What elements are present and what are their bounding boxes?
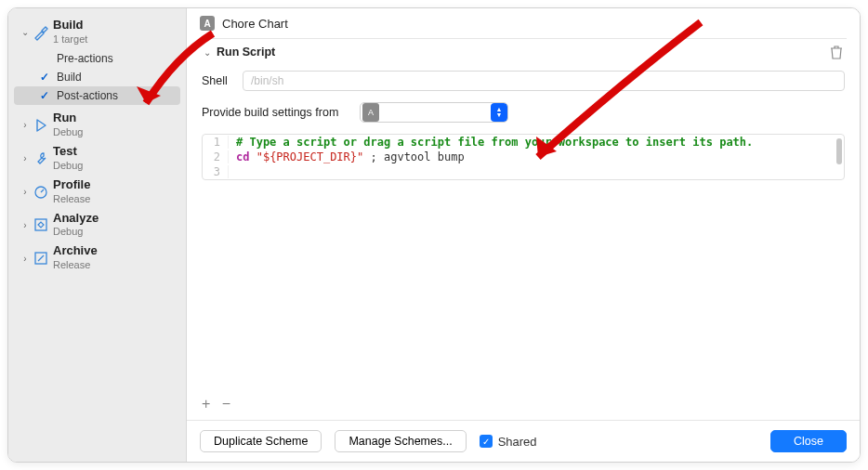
sidebar-item-pre-actions[interactable]: Pre-actions	[14, 49, 180, 68]
analyze-subtitle: Debug	[53, 226, 83, 237]
analyze-icon	[33, 217, 49, 232]
archive-subtitle: Release	[53, 259, 90, 270]
sidebar-item-build-phase[interactable]: ✓ Build	[14, 68, 180, 86]
wrench-icon	[33, 151, 49, 166]
line-number: 1	[203, 136, 229, 149]
footer: Duplicate Scheme Manage Schemes... ✓ Sha…	[187, 420, 860, 462]
duplicate-scheme-button[interactable]: Duplicate Scheme	[200, 430, 322, 452]
test-subtitle: Debug	[53, 160, 83, 171]
trash-icon[interactable]	[830, 45, 843, 59]
sidebar-item-build[interactable]: ⌄ Build 1 target	[14, 16, 180, 49]
test-title: Test	[53, 144, 77, 158]
shared-label: Shared	[498, 435, 537, 449]
code-line-2: cd "${PROJECT_DIR}" ; agvtool bump	[236, 150, 465, 163]
profile-title: Profile	[53, 177, 90, 191]
scheme-name: Chore Chart	[222, 17, 288, 31]
build-phase-label: Build	[57, 71, 82, 84]
run-subtitle: Debug	[53, 126, 83, 137]
section-header[interactable]: ⌄ Run Script	[200, 38, 847, 65]
chevron-right-icon: ›	[20, 153, 31, 163]
chevron-right-icon: ›	[20, 254, 31, 264]
section-title: Run Script	[217, 46, 275, 59]
profile-subtitle: Release	[53, 193, 90, 204]
scheme-editor-window: ⌄ Build 1 target Pre-actions ✓ Build ✓ P…	[7, 7, 861, 463]
play-icon	[33, 118, 49, 133]
archive-icon	[33, 251, 49, 266]
chevron-right-icon: ›	[20, 120, 31, 130]
shell-input[interactable]	[243, 71, 845, 91]
main-panel: A Chore Chart ⌄ Run Script Shell Provide…	[187, 8, 860, 462]
pre-actions-label: Pre-actions	[57, 52, 113, 65]
gauge-icon	[33, 185, 49, 200]
run-script-section: ⌄ Run Script Shell Provide build setting…	[200, 38, 847, 180]
script-editor[interactable]: 1 # Type a script or drag a script file …	[202, 134, 845, 180]
chevron-down-icon: ⌄	[204, 47, 211, 58]
scrollbar[interactable]	[836, 138, 842, 164]
shell-row: Shell	[200, 65, 847, 97]
sidebar-item-analyze[interactable]: › Analyze Debug	[14, 209, 180, 242]
chevron-down-icon: ⌄	[20, 27, 31, 37]
chevron-right-icon: ›	[20, 220, 31, 230]
remove-button[interactable]: −	[222, 396, 230, 411]
code-line-1: # Type a script or drag a script file fr…	[236, 136, 753, 149]
checkmark-icon: ✓	[40, 89, 53, 102]
sidebar-item-profile[interactable]: › Profile Release	[14, 176, 180, 209]
archive-title: Archive	[53, 243, 98, 257]
sidebar-item-post-actions[interactable]: ✓ Post-actions	[14, 86, 180, 105]
sidebar-item-test[interactable]: › Test Debug	[14, 142, 180, 176]
sidebar-item-run[interactable]: › Run Debug	[14, 109, 180, 142]
scheme-header: A Chore Chart	[187, 8, 860, 38]
add-button[interactable]: +	[202, 396, 210, 411]
build-subtitle: 1 target	[53, 33, 87, 45]
settings-label: Provide build settings from	[202, 106, 350, 119]
line-number: 2	[203, 150, 229, 163]
chevron-right-icon: ›	[20, 187, 31, 197]
post-actions-label: Post-actions	[57, 89, 118, 102]
shared-checkbox[interactable]: ✓ Shared	[480, 435, 537, 449]
shell-label: Shell	[202, 74, 233, 87]
sidebar-item-archive[interactable]: › Archive Release	[14, 242, 180, 275]
checkmark-icon: ✓	[480, 435, 493, 448]
hammer-icon	[33, 24, 49, 41]
build-settings-select[interactable]: A ▲▼	[360, 102, 508, 123]
sidebar: ⌄ Build 1 target Pre-actions ✓ Build ✓ P…	[8, 8, 187, 462]
add-remove-bar: + −	[187, 388, 860, 420]
build-title: Build	[53, 18, 84, 32]
updown-arrows-icon: ▲▼	[491, 103, 507, 122]
manage-schemes-button[interactable]: Manage Schemes...	[335, 430, 466, 452]
close-button[interactable]: Close	[770, 430, 847, 452]
app-icon: A	[200, 16, 215, 31]
line-number: 3	[203, 165, 229, 178]
app-icon: A	[362, 103, 379, 122]
svg-rect-1	[35, 219, 46, 230]
checkmark-icon: ✓	[40, 71, 53, 84]
build-settings-row: Provide build settings from A ▲▼	[200, 97, 847, 128]
analyze-title: Analyze	[53, 211, 99, 225]
run-title: Run	[53, 111, 76, 124]
